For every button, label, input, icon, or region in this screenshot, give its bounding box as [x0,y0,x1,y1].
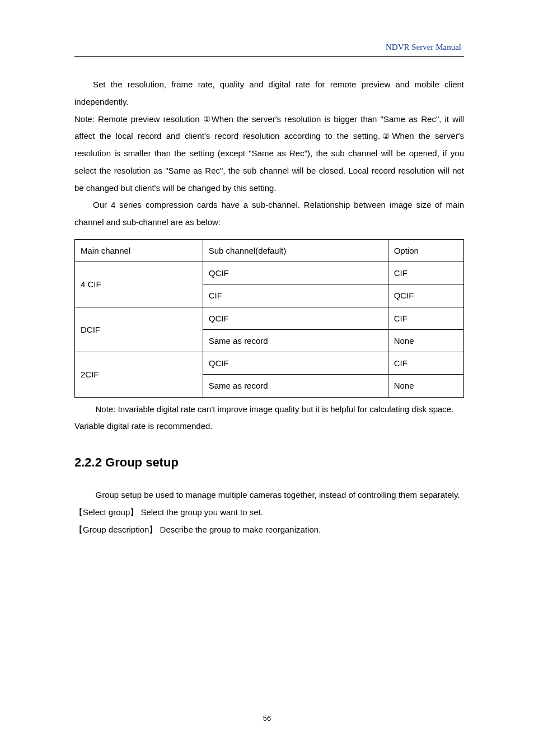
cell-sub: Same as record [203,329,388,352]
paragraph-note-resolution: Note: Remote preview resolution ①When th… [74,111,464,197]
paragraph-remote-settings: Set the resolution, frame rate, quality … [74,76,464,111]
def-body: Select the group you want to set. [140,507,263,517]
cell-opt: QCIF [388,284,463,307]
page: NDVR Server Manual Set the resolution, f… [0,0,534,756]
def-label: 【Select group】 [74,507,138,517]
col-header-main: Main channel [75,239,203,262]
cell-sub: QCIF [203,307,388,329]
definition-select-group: 【Select group】 Select the group you want… [74,504,464,521]
cell-opt: None [388,375,463,397]
col-header-option: Option [388,239,463,262]
col-header-sub: Sub channel(default) [203,239,388,262]
header-rule [74,56,464,57]
cell-opt: CIF [388,262,463,284]
cell-opt: CIF [388,352,463,375]
cell-main: DCIF [75,307,203,352]
channel-relationship-table: Main channel Sub channel(default) Option… [74,239,464,398]
note-body: ①When the server's resolution is bigger … [74,114,464,193]
cell-sub: CIF [203,284,388,307]
cell-sub: Same as record [203,375,388,397]
cell-main: 4 CIF [75,262,203,307]
paragraph-group-intro: Group setup be used to manage multiple c… [74,487,464,504]
cell-opt: None [388,329,463,352]
def-body: Describe the group to make reorganizatio… [160,525,321,534]
section-heading-group-setup: 2.2.2 Group setup [74,455,464,470]
definition-group-description: 【Group description】 Describe the group t… [74,521,464,539]
note-prefix: Note: Remote preview resolution [74,114,200,124]
table-row: 2CIF QCIF CIF [75,352,464,375]
table-row: DCIF QCIF CIF [75,307,464,329]
paragraph-compression-cards: Our 4 series compression cards have a su… [74,197,464,231]
def-label: 【Group description】 [74,525,157,534]
cell-main: 2CIF [75,352,203,398]
paragraph-rate-note: Note: Invariable digital rate can't impr… [74,401,464,436]
content-area: Set the resolution, frame rate, quality … [74,43,464,538]
cell-opt: CIF [388,307,463,329]
cell-sub: QCIF [203,352,388,375]
cell-sub: QCIF [203,262,388,284]
table-row: 4 CIF QCIF CIF [75,262,464,284]
running-header: NDVR Server Manual [386,43,461,52]
table-header-row: Main channel Sub channel(default) Option [75,239,464,262]
page-number: 56 [0,714,534,722]
